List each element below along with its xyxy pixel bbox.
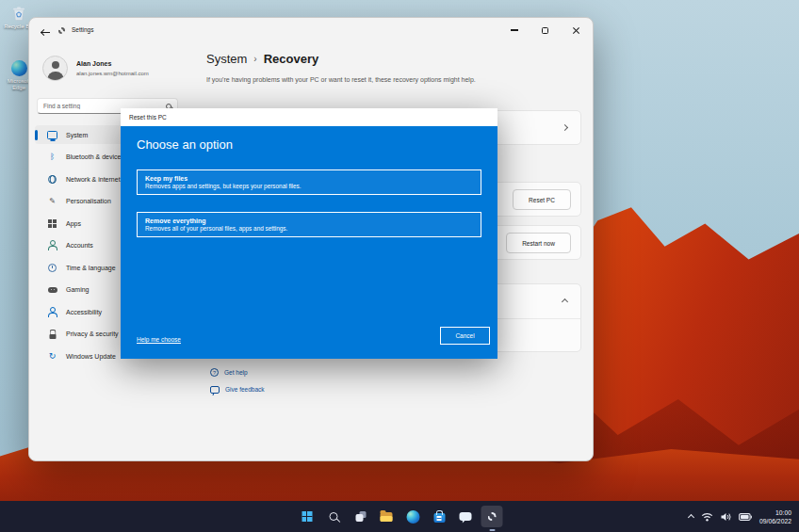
restart-now-button[interactable]: Restart now bbox=[506, 233, 571, 253]
file-explorer-button[interactable] bbox=[376, 506, 398, 527]
chat-bubble-icon bbox=[460, 512, 472, 522]
taskbar-clock[interactable]: 10:00 09/06/2022 bbox=[759, 508, 791, 525]
sidebar-item-label: Privacy & security bbox=[66, 330, 119, 337]
folder-icon bbox=[381, 512, 393, 522]
person-icon bbox=[47, 240, 57, 250]
breadcrumb-parent[interactable]: System bbox=[206, 52, 247, 66]
desktop: { "colors": { "dialog_accent": "#0078d7"… bbox=[0, 0, 799, 532]
globe-icon bbox=[47, 174, 57, 185]
remove-everything-option[interactable]: Remove everything Removes all of your pe… bbox=[137, 212, 481, 237]
option-description: Removes all of your personal files, apps… bbox=[145, 225, 473, 234]
store-grid-icon bbox=[437, 516, 442, 521]
breadcrumb-separator: › bbox=[253, 54, 256, 64]
task-view-icon bbox=[355, 514, 363, 522]
sidebar-item-label: Accounts bbox=[66, 242, 93, 249]
edge-icon bbox=[406, 510, 419, 524]
dialog-title: Reset this PC bbox=[129, 114, 167, 121]
window-controls bbox=[498, 18, 592, 42]
settings-app-icon bbox=[58, 27, 65, 34]
page-description: If you're having problems with your PC o… bbox=[206, 76, 476, 83]
feedback-bubble-icon bbox=[210, 386, 220, 394]
task-view-button[interactable] bbox=[350, 506, 371, 527]
start-button[interactable] bbox=[297, 506, 318, 527]
minimize-icon bbox=[511, 29, 518, 30]
volume-icon[interactable] bbox=[721, 512, 731, 522]
maximize-icon bbox=[542, 27, 548, 34]
sidebar-item-label: Bluetooth & devices bbox=[66, 153, 124, 160]
give-feedback-link[interactable]: Give feedback bbox=[210, 386, 265, 394]
edge-icon bbox=[11, 60, 27, 76]
minimize-button[interactable] bbox=[498, 18, 530, 42]
gamepad-icon bbox=[47, 284, 57, 295]
clock-icon bbox=[47, 263, 57, 273]
bluetooth-icon: ᛒ bbox=[47, 152, 57, 162]
maximize-button[interactable] bbox=[530, 18, 561, 42]
sidebar-item-label: Apps bbox=[66, 220, 81, 227]
sidebar-item-label: Accessibility bbox=[66, 309, 102, 315]
system-tray: 10:00 09/06/2022 bbox=[689, 501, 791, 532]
close-icon bbox=[572, 26, 580, 35]
wifi-icon[interactable] bbox=[701, 512, 713, 522]
option-title: Keep my files bbox=[145, 174, 473, 183]
breadcrumb: System › Recovery bbox=[206, 52, 318, 66]
search-icon bbox=[330, 512, 338, 521]
cancel-button[interactable]: Cancel bbox=[440, 327, 490, 345]
sidebar-item-label: Gaming bbox=[66, 286, 90, 293]
battery-icon[interactable] bbox=[739, 513, 752, 521]
page-title: Recovery bbox=[264, 52, 319, 66]
get-help-label: Get help bbox=[224, 369, 248, 376]
get-help-link[interactable]: Get help bbox=[210, 368, 248, 377]
sidebar-item-label: Personalisation bbox=[66, 198, 111, 204]
reset-pc-dialog: Reset this PC Choose an option Keep my f… bbox=[121, 108, 497, 359]
hidden-icons-chevron[interactable] bbox=[688, 514, 694, 521]
store-bag-icon bbox=[433, 513, 445, 523]
paintbrush-icon: ✎ bbox=[47, 196, 57, 206]
gear-icon bbox=[488, 512, 497, 521]
dialog-titlebar[interactable]: Reset this PC bbox=[121, 108, 497, 126]
avatar[interactable] bbox=[42, 56, 68, 81]
clock-time: 10:00 bbox=[775, 508, 791, 517]
give-feedback-label: Give feedback bbox=[225, 386, 265, 393]
keep-my-files-option[interactable]: Keep my files Removes apps and settings,… bbox=[137, 169, 481, 195]
chevron-right-icon bbox=[562, 124, 568, 131]
window-title: Settings bbox=[72, 26, 94, 33]
back-button[interactable] bbox=[37, 24, 54, 40]
clock-date: 09/06/2022 bbox=[759, 517, 791, 525]
close-button[interactable] bbox=[561, 18, 592, 42]
apps-grid-icon bbox=[47, 218, 57, 229]
taskbar: 10:00 09/06/2022 bbox=[0, 501, 799, 532]
edge-button[interactable] bbox=[402, 506, 424, 527]
windows-logo-icon bbox=[302, 511, 313, 522]
option-description: Removes apps and settings, but keeps you… bbox=[145, 183, 473, 191]
profile-name: Alan Jones bbox=[76, 60, 111, 67]
store-button[interactable] bbox=[429, 506, 450, 527]
dialog-heading: Choose an option bbox=[137, 137, 233, 152]
monitor-icon bbox=[47, 130, 57, 140]
taskbar-search-button[interactable] bbox=[323, 506, 345, 527]
chat-button[interactable] bbox=[455, 506, 477, 527]
profile-email: alan.jones.wm@hotmail.com bbox=[76, 71, 149, 76]
chevron-up-icon bbox=[562, 298, 568, 305]
dialog-body: Choose an option Keep my files Removes a… bbox=[121, 126, 497, 359]
settings-app-button-active[interactable] bbox=[481, 506, 503, 527]
sidebar-item-label: Windows Update bbox=[66, 353, 116, 360]
recycle-bin-icon bbox=[10, 5, 27, 22]
sidebar-item-label: System bbox=[66, 132, 88, 138]
sidebar-item-label: Network & internet bbox=[66, 176, 121, 183]
taskbar-pinned-icons bbox=[297, 501, 503, 532]
help-me-choose-link[interactable]: Help me choose bbox=[137, 336, 181, 343]
accessibility-icon bbox=[47, 307, 57, 317]
back-arrow-icon bbox=[41, 28, 50, 37]
option-title: Remove everything bbox=[145, 217, 473, 225]
help-circle-icon bbox=[210, 368, 219, 377]
sidebar-item-label: Time & language bbox=[66, 265, 116, 271]
update-arrows-icon: ↻ bbox=[47, 351, 57, 362]
reset-pc-button[interactable]: Reset PC bbox=[513, 189, 571, 210]
lock-icon bbox=[47, 329, 57, 339]
